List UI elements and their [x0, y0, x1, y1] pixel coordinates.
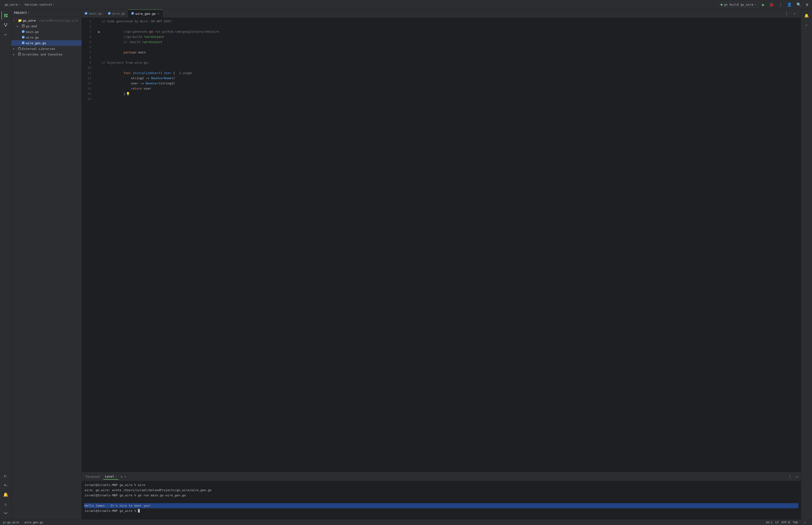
expand-icon-root: ▾ — [13, 19, 17, 22]
sidebar-title: Project — [14, 11, 27, 15]
ln-2: 2 — [82, 24, 91, 29]
tab-local[interactable]: Local ✕ — [103, 474, 119, 480]
git-activity-icon[interactable] — [1, 21, 10, 29]
code-line-14: return user — [97, 86, 797, 91]
explorer-activity-icon[interactable] — [1, 11, 10, 20]
run-activity-icon[interactable]: ▷ — [1, 471, 10, 480]
code-line-6 — [97, 45, 797, 50]
status-project[interactable]: go go_wire — [3, 521, 19, 524]
gomod-label: go.mod — [26, 25, 80, 28]
sidebar-header-chevron: ▾ — [28, 12, 30, 15]
top-bar: go_wire ▾ Version control ▾ go build go_… — [0, 0, 812, 10]
code-content-8 — [102, 55, 103, 60]
ln-10: 10 — [82, 65, 91, 71]
svg-rect-2 — [6, 15, 7, 17]
tab-terminal[interactable]: Terminal — [83, 474, 102, 479]
terminal-chevron-button[interactable]: ▾ — [124, 475, 126, 479]
check-status-icon: ✓ — [801, 518, 809, 525]
terminal-tab-bar: Terminal Local ✕ + ▾ ⋮ — — [82, 472, 801, 481]
vcs2-activity-icon[interactable] — [1, 509, 10, 518]
ln-8: 8 — [82, 55, 91, 60]
ln-9: 9 — [82, 60, 91, 65]
gutter-3[interactable]: ▶ — [97, 29, 102, 34]
tab-settings-icon[interactable]: ⋮ — [784, 10, 790, 17]
sidebar-item-go_wire-root[interactable]: ▾ 📁 go_wire ~/GolandProjects/go_wire — [11, 18, 81, 23]
code-area[interactable]: // Code generated by Wire. DO NOT EDIT. … — [93, 18, 801, 472]
main-layout: ⋯ ▷ 🔔 ⚠ Project ▾ ▾ 📁 go_wire ~/GolandPr… — [0, 10, 812, 519]
status-left: go go_wire › wire_gen.go — [3, 521, 43, 524]
ln-14: 14 — [82, 86, 91, 91]
status-lf[interactable]: LF — [775, 521, 779, 524]
terminal-minimize-icon[interactable]: — — [795, 474, 799, 480]
status-indent[interactable]: Tab — [793, 521, 798, 524]
terminal-add-button[interactable]: + — [119, 474, 124, 479]
svg-point-6 — [5, 26, 6, 27]
terminal-activity-icon[interactable] — [1, 481, 10, 489]
status-right: 16:1 LF UTF-8 Tab ✓ — [766, 518, 809, 525]
run-button[interactable]: ▶ — [761, 1, 766, 8]
expand-icon-gomod: ▶ — [17, 25, 21, 28]
notifications-activity-icon[interactable]: 🔔 — [1, 490, 10, 499]
code-line-3: ▶ //go:generate go run github.com/google… — [97, 29, 797, 34]
project-switcher[interactable]: go_wire ▾ — [3, 2, 22, 7]
more-options-button[interactable]: ⋮ — [778, 1, 783, 8]
expand-icon-scratches: ▶ — [13, 53, 17, 56]
line-numbers: 1 2 3 4 5 6 7 8 9 10 11 12 13 14 15 16 — [82, 18, 93, 472]
svg-text:g: g — [85, 13, 86, 14]
notifications-right-icon[interactable]: 🔔 — [802, 11, 811, 20]
more-activity-icon[interactable]: ⋯ — [1, 30, 10, 39]
svg-rect-22 — [18, 48, 21, 50]
settings-button[interactable]: ⚙ — [805, 1, 809, 8]
tab-label-wiregen: wire_gen.go — [136, 12, 156, 15]
status-bar: go go_wire › wire_gen.go 16:1 LF UTF-8 T… — [0, 519, 812, 525]
tab-main-go[interactable]: g main.go — [82, 10, 105, 18]
tab-wire-go[interactable]: g wire.go — [105, 10, 128, 18]
sidebar-item-external-libraries[interactable]: ▶ External Libraries — [11, 46, 81, 51]
run-config-selector[interactable]: go build go_wire ▾ — [719, 2, 758, 7]
tab-label-main: main.go — [89, 12, 102, 15]
run-arrow-icon[interactable]: ▶ — [98, 29, 100, 34]
bottom-section: Terminal Local ✕ + ▾ ⋮ — israel@Israels-… — [82, 472, 801, 519]
go-file-icon-main: g — [21, 30, 25, 34]
ln-3: 3 — [82, 29, 91, 34]
svg-rect-0 — [4, 14, 6, 16]
tab-local-label: Local — [105, 475, 114, 478]
vcs-button[interactable]: Version control ▾ — [23, 2, 56, 7]
wirego-label: wire.go — [26, 36, 80, 39]
status-go-icon: go — [3, 521, 6, 524]
vcs-label: Version control — [25, 3, 52, 6]
tab-close-wiregen[interactable]: ✕ — [157, 12, 160, 16]
ln-7: 7 — [82, 50, 91, 55]
ln-5: 5 — [82, 40, 91, 45]
status-position[interactable]: 16:1 — [766, 521, 772, 524]
sidebar-item-scratches[interactable]: ▶ Scratches and Consoles — [11, 51, 81, 57]
term-line-2: wire: go_wire: wrote /Users/israel/Golan… — [85, 487, 798, 493]
search-button[interactable]: 🔍 — [796, 1, 802, 8]
expand-icon-ext: ▶ — [13, 47, 17, 50]
right-panel: 🔔 ✓ — [801, 10, 812, 519]
term-line-prompt: israel@Israels-MBP go_wire % — [85, 508, 798, 513]
code-line-16 — [97, 96, 797, 102]
wiregen-label: wire_gen.go — [26, 41, 80, 45]
term-line-highlight: Hello James - It's nice to meet you! — [84, 503, 798, 508]
sidebar-item-wire-gen-go[interactable]: g wire_gen.go — [11, 40, 81, 46]
tab-wire-gen-go[interactable]: g wire_gen.go ✕ — [128, 10, 163, 18]
status-encoding-value: UTF-8 — [781, 521, 790, 524]
terminal-content[interactable]: israel@Israels-MBP go_wire % wire wire: … — [82, 481, 801, 519]
sidebar-item-go-mod[interactable]: ▶ go.mod — [11, 23, 81, 29]
status-encoding[interactable]: UTF-8 — [781, 521, 790, 524]
tab-local-close[interactable]: ✕ — [115, 475, 117, 478]
status-lf-value: LF — [775, 521, 779, 524]
ln-13: 13 — [82, 81, 91, 86]
tab-icon-wiregen: g — [131, 12, 134, 15]
sidebar-item-main-go[interactable]: g main.go — [11, 29, 81, 34]
status-project-name: go_wire — [7, 521, 19, 524]
code-line-12: string2 := NewUserName() — [97, 76, 797, 81]
code-line-11: func InitializeUser() User { 1 usage — [97, 71, 797, 76]
editor-content[interactable]: 1 2 3 4 5 6 7 8 9 10 11 12 13 14 15 16 — [82, 18, 801, 472]
profile-button[interactable]: 👤 — [786, 1, 793, 8]
problems-activity-icon[interactable]: ⚠ — [1, 500, 10, 508]
debug-button[interactable]: 🐞 — [768, 1, 775, 8]
terminal-more-icon[interactable]: ⋮ — [787, 474, 793, 480]
sidebar-item-wire-go[interactable]: g wire.go — [11, 34, 81, 40]
